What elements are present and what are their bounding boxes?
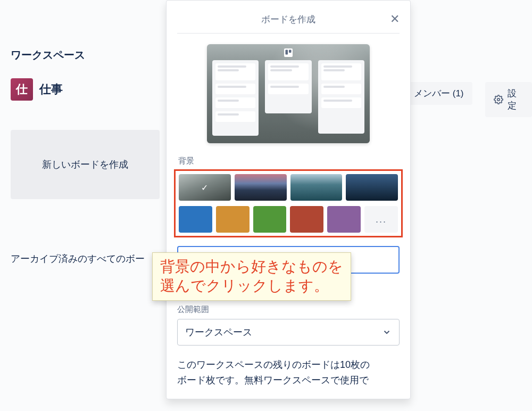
archive-boards-link[interactable]: アーカイブ済みのすべてのボー [11, 252, 170, 265]
background-section: ✓ ... [174, 169, 403, 237]
visibility-select[interactable]: ワークスペース [177, 319, 400, 346]
members-label: メンバー (1) [414, 87, 464, 100]
svg-rect-1 [284, 48, 293, 57]
chevron-down-icon [382, 327, 392, 337]
workspace-row[interactable]: 仕 仕事 [11, 78, 170, 101]
background-color-green[interactable] [253, 206, 287, 233]
background-color-purple[interactable] [327, 206, 361, 233]
background-color-red[interactable] [290, 206, 323, 233]
workspace-heading: ワークスペース [11, 48, 170, 62]
preview-column [318, 60, 364, 134]
background-image-option[interactable] [346, 174, 398, 201]
preview-column [212, 60, 259, 136]
background-image-option[interactable] [235, 174, 287, 201]
svg-point-0 [497, 98, 500, 101]
background-image-option[interactable] [290, 174, 343, 201]
modal-header: ボードを作成 ✕ [177, 9, 400, 34]
svg-rect-3 [289, 50, 292, 53]
preview-column [265, 60, 311, 113]
background-image-option[interactable]: ✓ [179, 174, 231, 201]
visibility-value: ワークスペース [185, 326, 252, 339]
svg-rect-2 [286, 50, 288, 55]
board-preview [207, 44, 370, 143]
modal-title: ボードを作成 [261, 14, 315, 24]
close-icon[interactable]: ✕ [390, 12, 400, 26]
background-more-button[interactable]: ... [364, 206, 398, 233]
trello-icon [284, 48, 293, 57]
new-board-card[interactable]: 新しいボードを作成 [11, 130, 160, 199]
members-button[interactable]: メンバー (1) [405, 82, 472, 105]
gear-icon [494, 95, 503, 104]
check-icon: ✓ [179, 174, 231, 201]
workspace-badge: 仕 [11, 78, 33, 101]
remaining-boards-text: このワークスペースの残りのボードは10枚の ボード枚です。無料ワークスペースで使… [177, 357, 400, 388]
callout-line2: 選んでクリックします。 [160, 276, 343, 295]
background-label: 背景 [178, 156, 400, 166]
callout-line1: 背景の中から好きなものを [160, 257, 343, 276]
new-board-label: 新しいボードを作成 [42, 158, 128, 171]
create-board-modal: ボードを作成 ✕ 背景 [166, 0, 411, 399]
background-color-orange[interactable] [216, 206, 250, 233]
annotation-callout: 背景の中から好きなものを 選んでクリックします。 [152, 252, 351, 301]
workspace-name: 仕事 [39, 81, 63, 97]
settings-button[interactable]: 設定 [485, 82, 532, 117]
board-preview-wrap [177, 34, 400, 152]
visibility-label: 公開範囲 [177, 305, 400, 315]
background-color-blue[interactable] [179, 206, 212, 233]
settings-label: 設定 [508, 87, 523, 112]
